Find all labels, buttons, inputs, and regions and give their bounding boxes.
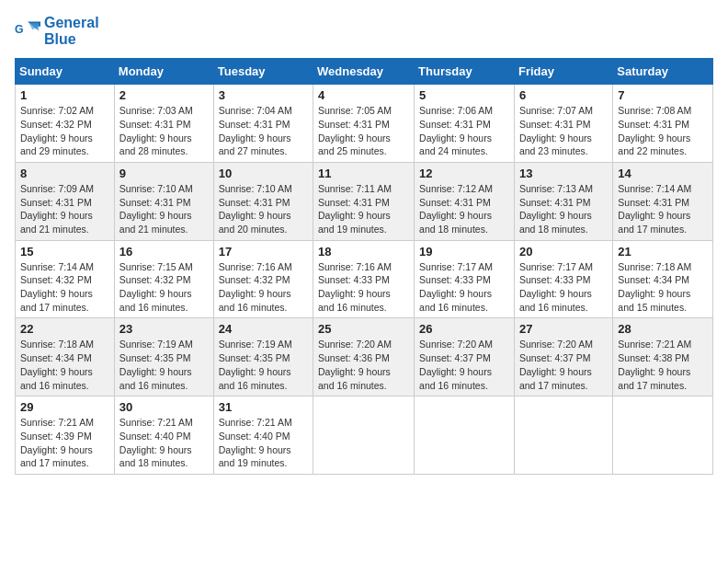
day-info: Sunrise: 7:21 AMSunset: 4:40 PMDaylight:… <box>119 416 209 470</box>
day-number: 5 <box>419 88 509 102</box>
day-number: 16 <box>119 245 209 259</box>
calendar-day-cell: 27Sunrise: 7:20 AMSunset: 4:37 PMDayligh… <box>514 318 612 396</box>
day-of-week-header: Sunday <box>16 59 115 85</box>
day-info: Sunrise: 7:12 AMSunset: 4:31 PMDaylight:… <box>419 182 509 236</box>
calendar-day-cell: 13Sunrise: 7:13 AMSunset: 4:31 PMDayligh… <box>514 162 612 240</box>
day-info: Sunrise: 7:18 AMSunset: 4:34 PMDaylight:… <box>618 260 708 315</box>
logo: G General Blue <box>15 15 99 47</box>
day-of-week-header: Saturday <box>613 59 713 85</box>
day-info: Sunrise: 7:11 AMSunset: 4:31 PMDaylight:… <box>318 182 409 236</box>
empty-day-cell <box>613 396 713 475</box>
day-number: 7 <box>618 88 708 102</box>
calendar-week-row: 15Sunrise: 7:14 AMSunset: 4:32 PMDayligh… <box>16 240 713 318</box>
day-number: 20 <box>519 245 608 259</box>
day-number: 25 <box>318 322 409 336</box>
calendar-week-row: 29Sunrise: 7:21 AMSunset: 4:39 PMDayligh… <box>16 396 713 475</box>
day-info: Sunrise: 7:16 AMSunset: 4:32 PMDaylight:… <box>219 260 308 315</box>
calendar-day-cell: 4Sunrise: 7:05 AMSunset: 4:31 PMDaylight… <box>313 85 415 163</box>
day-info: Sunrise: 7:19 AMSunset: 4:35 PMDaylight:… <box>119 338 209 392</box>
calendar-day-cell: 28Sunrise: 7:21 AMSunset: 4:38 PMDayligh… <box>613 318 713 396</box>
logo-text: General Blue <box>44 15 99 47</box>
day-info: Sunrise: 7:09 AMSunset: 4:31 PMDaylight:… <box>20 182 109 236</box>
day-number: 9 <box>119 167 209 180</box>
day-info: Sunrise: 7:14 AMSunset: 4:32 PMDaylight:… <box>20 260 109 315</box>
day-info: Sunrise: 7:16 AMSunset: 4:33 PMDaylight:… <box>318 260 409 315</box>
calendar-week-row: 8Sunrise: 7:09 AMSunset: 4:31 PMDaylight… <box>16 162 713 240</box>
day-number: 4 <box>318 88 409 102</box>
day-number: 6 <box>519 88 608 102</box>
empty-day-cell <box>313 396 415 475</box>
day-number: 22 <box>20 322 109 336</box>
day-number: 30 <box>119 400 209 414</box>
day-number: 10 <box>219 167 308 180</box>
day-number: 17 <box>219 245 308 259</box>
day-info: Sunrise: 7:10 AMSunset: 4:31 PMDaylight:… <box>219 182 308 236</box>
calendar-day-cell: 25Sunrise: 7:20 AMSunset: 4:36 PMDayligh… <box>313 318 415 396</box>
calendar-day-cell: 2Sunrise: 7:03 AMSunset: 4:31 PMDaylight… <box>114 85 213 163</box>
day-info: Sunrise: 7:19 AMSunset: 4:35 PMDaylight:… <box>219 338 308 392</box>
calendar-day-cell: 14Sunrise: 7:14 AMSunset: 4:31 PMDayligh… <box>613 162 713 240</box>
calendar-day-cell: 26Sunrise: 7:20 AMSunset: 4:37 PMDayligh… <box>415 318 515 396</box>
day-number: 21 <box>618 245 708 259</box>
day-number: 1 <box>20 88 109 102</box>
day-info: Sunrise: 7:21 AMSunset: 4:38 PMDaylight:… <box>618 338 708 392</box>
day-of-week-header: Wednesday <box>313 59 415 85</box>
calendar-day-cell: 17Sunrise: 7:16 AMSunset: 4:32 PMDayligh… <box>213 240 313 318</box>
day-number: 31 <box>219 400 308 414</box>
calendar-day-cell: 20Sunrise: 7:17 AMSunset: 4:33 PMDayligh… <box>514 240 612 318</box>
day-number: 23 <box>119 322 209 336</box>
day-info: Sunrise: 7:02 AMSunset: 4:32 PMDaylight:… <box>20 104 109 158</box>
day-info: Sunrise: 7:21 AMSunset: 4:39 PMDaylight:… <box>20 416 109 470</box>
empty-day-cell <box>415 396 515 475</box>
calendar-day-cell: 6Sunrise: 7:07 AMSunset: 4:31 PMDaylight… <box>514 85 612 163</box>
day-number: 2 <box>119 88 209 102</box>
day-number: 13 <box>519 167 608 180</box>
logo-icon: G <box>15 18 40 44</box>
day-info: Sunrise: 7:05 AMSunset: 4:31 PMDaylight:… <box>318 104 409 158</box>
day-number: 11 <box>318 167 409 180</box>
calendar-day-cell: 15Sunrise: 7:14 AMSunset: 4:32 PMDayligh… <box>16 240 115 318</box>
calendar-day-cell: 10Sunrise: 7:10 AMSunset: 4:31 PMDayligh… <box>213 162 313 240</box>
calendar-day-cell: 12Sunrise: 7:12 AMSunset: 4:31 PMDayligh… <box>415 162 515 240</box>
svg-text:G: G <box>15 22 24 35</box>
day-info: Sunrise: 7:15 AMSunset: 4:32 PMDaylight:… <box>119 260 209 315</box>
day-info: Sunrise: 7:20 AMSunset: 4:37 PMDaylight:… <box>419 338 509 392</box>
day-of-week-header: Tuesday <box>213 59 313 85</box>
day-info: Sunrise: 7:06 AMSunset: 4:31 PMDaylight:… <box>419 104 509 158</box>
day-info: Sunrise: 7:04 AMSunset: 4:31 PMDaylight:… <box>219 104 308 158</box>
day-info: Sunrise: 7:13 AMSunset: 4:31 PMDaylight:… <box>519 182 608 236</box>
calendar-day-cell: 8Sunrise: 7:09 AMSunset: 4:31 PMDaylight… <box>16 162 115 240</box>
day-of-week-header: Thursday <box>415 59 515 85</box>
calendar-day-cell: 19Sunrise: 7:17 AMSunset: 4:33 PMDayligh… <box>415 240 515 318</box>
empty-day-cell <box>514 396 612 475</box>
day-of-week-header: Friday <box>514 59 612 85</box>
calendar-table: SundayMondayTuesdayWednesdayThursdayFrid… <box>15 58 713 475</box>
calendar-day-cell: 30Sunrise: 7:21 AMSunset: 4:40 PMDayligh… <box>114 396 213 475</box>
calendar-day-cell: 24Sunrise: 7:19 AMSunset: 4:35 PMDayligh… <box>213 318 313 396</box>
day-info: Sunrise: 7:17 AMSunset: 4:33 PMDaylight:… <box>419 260 509 315</box>
calendar-day-cell: 18Sunrise: 7:16 AMSunset: 4:33 PMDayligh… <box>313 240 415 318</box>
calendar-day-cell: 9Sunrise: 7:10 AMSunset: 4:31 PMDaylight… <box>114 162 213 240</box>
calendar-day-cell: 22Sunrise: 7:18 AMSunset: 4:34 PMDayligh… <box>16 318 115 396</box>
day-number: 15 <box>20 245 109 259</box>
svg-marker-2 <box>29 23 40 31</box>
day-number: 8 <box>20 167 109 180</box>
day-info: Sunrise: 7:20 AMSunset: 4:36 PMDaylight:… <box>318 338 409 392</box>
calendar-day-cell: 5Sunrise: 7:06 AMSunset: 4:31 PMDaylight… <box>415 85 515 163</box>
calendar-day-cell: 23Sunrise: 7:19 AMSunset: 4:35 PMDayligh… <box>114 318 213 396</box>
day-info: Sunrise: 7:18 AMSunset: 4:34 PMDaylight:… <box>20 338 109 392</box>
calendar-week-row: 1Sunrise: 7:02 AMSunset: 4:32 PMDaylight… <box>16 85 713 163</box>
day-number: 29 <box>20 400 109 414</box>
calendar-week-row: 22Sunrise: 7:18 AMSunset: 4:34 PMDayligh… <box>16 318 713 396</box>
day-number: 24 <box>219 322 308 336</box>
day-number: 26 <box>419 322 509 336</box>
day-number: 18 <box>318 245 409 259</box>
calendar-day-cell: 1Sunrise: 7:02 AMSunset: 4:32 PMDaylight… <box>16 85 115 163</box>
calendar-header-row: SundayMondayTuesdayWednesdayThursdayFrid… <box>16 59 713 85</box>
day-info: Sunrise: 7:08 AMSunset: 4:31 PMDaylight:… <box>618 104 708 158</box>
calendar-day-cell: 7Sunrise: 7:08 AMSunset: 4:31 PMDaylight… <box>613 85 713 163</box>
day-number: 28 <box>618 322 708 336</box>
calendar-day-cell: 29Sunrise: 7:21 AMSunset: 4:39 PMDayligh… <box>16 396 115 475</box>
calendar-day-cell: 21Sunrise: 7:18 AMSunset: 4:34 PMDayligh… <box>613 240 713 318</box>
day-number: 3 <box>219 88 308 102</box>
